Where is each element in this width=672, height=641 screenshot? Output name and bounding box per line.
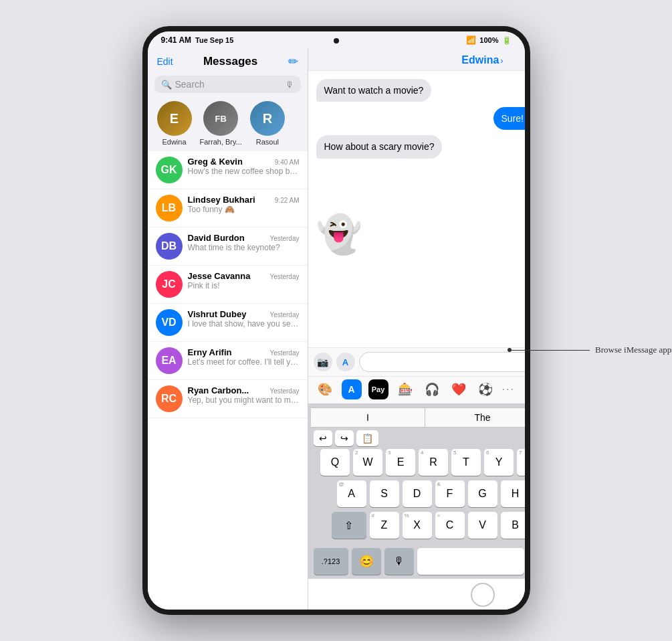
edit-button[interactable]: Edit: [157, 56, 173, 67]
soccer-app-icon[interactable]: ⚽: [475, 379, 495, 399]
mic-key[interactable]: 🎙: [384, 548, 414, 575]
conv-item-erny[interactable]: EA Erny Arifin Yesterday Let's meet for …: [148, 342, 308, 380]
key-D[interactable]: D: [403, 480, 432, 507]
avatar-farrah: FB: [203, 101, 238, 136]
key-Z[interactable]: #Z: [370, 512, 399, 539]
search-icon: 🔍: [161, 80, 172, 90]
conv-time: 9:22 AM: [275, 197, 300, 204]
ghost-emoji: 👻: [316, 213, 362, 256]
mic-icon[interactable]: 🎙: [286, 80, 294, 90]
undo-button[interactable]: ↩: [314, 430, 332, 446]
key-G[interactable]: G: [468, 480, 497, 507]
key-R[interactable]: 4R: [419, 449, 448, 476]
conv-avatar: JC: [156, 271, 183, 298]
key-T[interactable]: 5T: [451, 449, 481, 476]
keyboard: I The That ↩ ↪ 📋: [308, 403, 525, 579]
conv-preview: What time is the keynote?: [188, 243, 300, 252]
key-U[interactable]: 7U: [517, 449, 525, 476]
conv-item-jesse[interactable]: JC Jesse Cavanna Yesterday Pink it is!: [148, 266, 308, 304]
chat-header: Edwina ›: [308, 48, 525, 71]
compose-button[interactable]: ✏: [288, 54, 298, 69]
key-X[interactable]: %X: [403, 512, 432, 539]
key-S[interactable]: S: [370, 480, 399, 507]
photos-app-icon[interactable]: 🎨: [315, 379, 335, 399]
appstore-app-icon[interactable]: A: [342, 379, 362, 399]
message-row: Let's do it! Delivered: [316, 262, 525, 301]
wifi-icon: 📶: [466, 35, 476, 45]
conversation-list: GK Greg & Kevin 9:40 AM How's the new co…: [148, 151, 308, 610]
search-bar[interactable]: 🔍 Search 🎙: [154, 76, 301, 93]
emoji-key[interactable]: 😊: [352, 548, 381, 575]
keyboard-suggestions: I The That: [311, 407, 525, 428]
key-C[interactable]: =C: [435, 512, 465, 539]
conv-item-ryan[interactable]: RC Ryan Carbon... Yesterday Yep, but you…: [148, 380, 308, 418]
key-F[interactable]: &F: [435, 480, 465, 507]
more-apps-button[interactable]: ···: [502, 383, 515, 395]
conv-preview: Yep, but you might want to make it a sur…: [188, 395, 300, 405]
pinned-contact-edwina[interactable]: E Edwina: [154, 101, 195, 146]
space-key[interactable]: [417, 548, 524, 575]
message-row: Sure! That sounds good to me 🎁: [316, 107, 525, 130]
home-indicator: [308, 579, 525, 610]
conv-item-greg-kevin[interactable]: GK Greg & Kevin 9:40 AM How's the new co…: [148, 151, 308, 189]
conv-info: David Burdon Yesterday What time is the …: [188, 233, 300, 252]
conv-time: 9:40 AM: [275, 159, 300, 166]
conv-preview: Let's meet for coffee. I'll tell you all…: [188, 357, 300, 367]
slots-app-icon[interactable]: 🎰: [395, 379, 415, 399]
message-input[interactable]: [359, 352, 525, 372]
sidebar-title: Messages: [173, 55, 288, 68]
conv-info: Vishrut Dubey Yesterday I love that show…: [188, 309, 300, 329]
key-H[interactable]: H: [501, 480, 525, 507]
key-V[interactable]: V: [468, 512, 497, 539]
conv-time: Yesterday: [269, 273, 299, 280]
conv-info: Jesse Cavanna Yesterday Pink it is!: [188, 271, 300, 290]
conv-preview: Too funny 🙈: [188, 205, 300, 214]
chat-area: Edwina › Want to watch a movie? Sure! Th…: [308, 48, 525, 610]
suggestion-I[interactable]: I: [311, 408, 426, 427]
conv-item-lindsey[interactable]: LB Lindsey Bukhari 9:22 AM Too funny 🙈: [148, 189, 308, 227]
conv-item-david[interactable]: DB David Burdon Yesterday What time is t…: [148, 227, 308, 266]
pinned-name-edwina: Edwina: [162, 138, 186, 146]
camera-button[interactable]: 📷: [314, 353, 332, 371]
conv-info: Lindsey Bukhari 9:22 AM Too funny 🙈: [188, 195, 300, 214]
music-app-icon[interactable]: 🎧: [422, 379, 442, 399]
conv-preview: How's the new coffee shop by you guys?: [188, 167, 300, 176]
messages-area: Want to watch a movie? Sure! That sounds…: [308, 71, 525, 347]
message-row: 👻: [316, 213, 525, 256]
conv-avatar: GK: [156, 157, 183, 183]
key-Y[interactable]: 6Y: [484, 449, 514, 476]
key-B[interactable]: B: [501, 512, 525, 539]
suggestion-The[interactable]: The: [425, 408, 524, 427]
conv-item-vishrut[interactable]: VD Vishrut Dubey Yesterday I love that s…: [148, 304, 308, 342]
keyboard-row-bottom: .?123 😊 🎙 .?123 🌐 return: [314, 548, 525, 575]
shift-key[interactable]: ⇧: [332, 512, 366, 539]
applepay-app-icon[interactable]: Pay: [368, 379, 388, 399]
annotation-text: Browse iMessage apps.: [595, 345, 672, 355]
message-bubble: Want to watch a movie?: [316, 79, 432, 102]
appstore-button[interactable]: A: [336, 353, 355, 371]
number-toggle-key[interactable]: .?123: [314, 548, 348, 575]
chat-contact-name[interactable]: Edwina: [461, 54, 499, 66]
key-W[interactable]: 2W: [353, 449, 382, 476]
conv-avatar: DB: [156, 233, 183, 260]
heart-app-icon[interactable]: ❤️: [449, 379, 469, 399]
home-button[interactable]: [471, 583, 495, 607]
redo-button[interactable]: ↪: [335, 430, 354, 446]
message-row: 🤯: [316, 164, 525, 207]
conv-name: Jesse Cavanna: [188, 271, 251, 281]
battery-label: 100%: [479, 36, 498, 44]
message-row: How about a scary movie?: [316, 135, 525, 158]
key-E[interactable]: 3E: [386, 449, 415, 476]
pinned-contact-rasoul[interactable]: R Rasoul: [247, 101, 288, 146]
conv-name: David Burdon: [188, 233, 245, 243]
clipboard-button[interactable]: 📋: [356, 430, 378, 446]
conv-name: Vishrut Dubey: [188, 309, 247, 319]
conv-name: Ryan Carbon...: [188, 385, 249, 395]
message-row: Want to watch a movie?: [316, 79, 525, 102]
status-time: 9:41 AM: [161, 35, 192, 45]
pinned-contact-farrah[interactable]: FB Farrah, Bry...: [200, 101, 242, 146]
key-A[interactable]: @A: [337, 480, 366, 507]
conv-time: Yesterday: [269, 235, 299, 242]
avatar-rasoul: R: [250, 101, 285, 136]
key-Q[interactable]: Q: [320, 449, 350, 476]
